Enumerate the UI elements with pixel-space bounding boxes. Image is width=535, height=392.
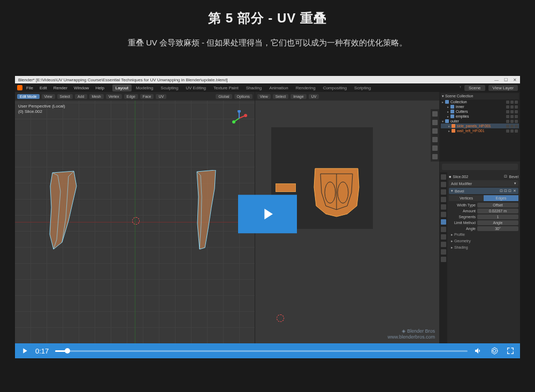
outliner-header: ▾ Scene Collection (441, 93, 519, 99)
props-tab-data[interactable] (441, 249, 446, 255)
uv-tool-6[interactable] (432, 154, 438, 159)
page-header: 第 5 部分 - UV 重叠 重叠 UV 会导致麻烦 - 但如果处理得当，它们也… (0, 0, 535, 55)
geometry-section[interactable]: ▸ Geometry (449, 238, 518, 244)
mode-vertices[interactable]: Vertices (449, 195, 484, 201)
segments-field[interactable]: 1 (477, 214, 518, 219)
props-tab-view[interactable] (441, 189, 446, 195)
watermark: ◈ Blender Bros www.blenderbros.com (387, 328, 435, 340)
viewport-menu-view[interactable]: View (42, 94, 55, 99)
minimize-button[interactable]: — (494, 78, 499, 82)
svg-point-5 (238, 110, 241, 113)
properties-tabs (440, 172, 447, 343)
uv-tool-1[interactable] (432, 111, 438, 117)
amount-field[interactable]: 0.02267 m (477, 209, 518, 213)
viewport-overlay-text: User Perspective (Local) (0) Slice.002 (18, 104, 65, 115)
options-button[interactable]: Options (234, 94, 253, 99)
mode-selector[interactable]: Edit Mode (17, 94, 40, 99)
width-type-field[interactable]: Offset (477, 203, 518, 207)
props-tab-particles[interactable] (441, 227, 446, 232)
fullscreen-button[interactable] (506, 347, 515, 355)
play-button[interactable] (20, 347, 29, 355)
main-menubar: File Edit Render Window Help Layout Mode… (15, 83, 520, 92)
uv-menu-view[interactable]: View (257, 94, 271, 99)
mesh-object-left[interactable] (47, 170, 79, 250)
viewport-menu-select[interactable]: Select (57, 94, 73, 99)
uv-tool-5[interactable] (432, 145, 438, 151)
svg-point-3 (244, 114, 247, 117)
uv-tool-2[interactable] (432, 120, 438, 125)
tab-sculpting[interactable]: Sculpting (157, 84, 181, 91)
viewport-menu-face[interactable]: Face (140, 94, 154, 99)
scene-selector[interactable]: Scene (464, 85, 485, 91)
shading-section[interactable]: ▸ Shading (449, 244, 518, 251)
tab-modeling[interactable]: Modeling (133, 84, 156, 91)
props-tab-physics[interactable] (441, 234, 446, 240)
uv-cursor-icon (277, 314, 284, 322)
angle-field[interactable]: 30° (477, 226, 518, 231)
properties-search[interactable] (442, 164, 518, 170)
uv-editor-header: View Select Image UV (255, 92, 439, 101)
play-overlay-button[interactable] (238, 195, 297, 233)
uv-tool-4[interactable] (432, 137, 438, 142)
tab-scripting[interactable]: Scripting (351, 84, 374, 91)
uv-island-small[interactable] (276, 183, 296, 192)
tab-compositing[interactable]: Compositing (320, 84, 350, 91)
mode-edges[interactable]: Edges (484, 195, 518, 201)
uv-tool-3[interactable] (432, 128, 438, 134)
tab-rendering[interactable]: Rendering (293, 84, 319, 91)
current-time: 0:17 (35, 347, 49, 355)
viewport-3d[interactable]: Edit Mode View Select Add Mesh Vertex Ed… (15, 92, 255, 343)
uv-menu-select[interactable]: Select (273, 94, 288, 99)
profile-section[interactable]: ▸ Profile (449, 232, 518, 238)
window-titlebar: Blender* [E:\Videos\UV Unwrapping Course… (15, 76, 520, 83)
page-title: 第 5 部分 - UV 重叠 (21, 10, 514, 27)
props-tab-constraint[interactable] (441, 242, 446, 247)
props-tab-world[interactable] (441, 204, 446, 210)
nav-gizmo[interactable] (231, 110, 247, 126)
viewlayer-selector[interactable]: View Layer (488, 85, 518, 91)
page-subtitle: 重叠 UV 会导致麻烦 - 但如果处理得当，它们也可以成为一种有效的优化策略。 (21, 36, 514, 49)
window-title: Blender* [E:\Videos\UV Unwrapping Course… (18, 78, 228, 82)
menu-window[interactable]: Window (71, 86, 91, 90)
props-tab-render[interactable] (441, 174, 446, 180)
tab-shading[interactable]: Shading (243, 84, 265, 91)
viewport-menu-add[interactable]: Add (75, 94, 87, 99)
mesh-object-right[interactable] (194, 170, 218, 250)
menu-render[interactable]: Render (51, 86, 70, 90)
uv-menu-image[interactable]: Image (291, 94, 306, 99)
progress-bar[interactable] (55, 350, 468, 352)
props-tab-scene[interactable] (441, 197, 446, 202)
uv-toolbar (431, 109, 439, 162)
menu-help[interactable]: Help (93, 86, 106, 90)
viewport-menu-mesh[interactable]: Mesh (89, 94, 104, 99)
properties-content: ■ Slice.002 ⊡ Bevel Add Modifier▾ ▾ Beve… (447, 172, 520, 343)
outliner[interactable]: ▾ Scene Collection ▸Collection ▸inner ▸C… (440, 92, 520, 162)
viewport-menu-edge[interactable]: Edge (124, 94, 138, 99)
blender-icon (17, 85, 22, 90)
settings-button[interactable] (490, 347, 499, 355)
tab-uvediting[interactable]: UV Editing (182, 84, 209, 91)
tab-layout[interactable]: Layout (112, 84, 132, 91)
menu-edit[interactable]: Edit (37, 86, 50, 90)
props-tab-modifier[interactable] (441, 219, 446, 225)
uv-island-main[interactable] (310, 166, 363, 220)
props-tab-material[interactable] (441, 257, 446, 262)
viewport-menu-uv[interactable]: UV (156, 94, 166, 99)
menu-file[interactable]: File (24, 86, 36, 90)
maximize-button[interactable]: ☐ (504, 78, 508, 82)
uv-menu-uv[interactable]: UV (309, 94, 319, 99)
volume-button[interactable] (474, 347, 483, 355)
add-modifier-button[interactable]: Add Modifier▾ (449, 180, 518, 187)
window-controls: — ☐ ✕ (494, 78, 517, 82)
tab-animation[interactable]: Animation (266, 84, 292, 91)
bevel-modifier-panel[interactable]: ▾ Bevel ⊡ ⊡ ⊡ ✕ (449, 188, 518, 194)
close-button[interactable]: ✕ (513, 78, 517, 82)
tab-texturepaint[interactable]: Texture Paint (210, 84, 242, 91)
props-tab-object[interactable] (441, 212, 446, 217)
orientation-selector[interactable]: Global (216, 94, 232, 99)
limit-method-field[interactable]: Angle (477, 220, 518, 225)
progress-thumb[interactable] (65, 348, 70, 353)
props-tab-output[interactable] (441, 182, 446, 187)
viewport-menu-vertex[interactable]: Vertex (106, 94, 122, 99)
video-player-bar: 0:17 (15, 343, 520, 358)
